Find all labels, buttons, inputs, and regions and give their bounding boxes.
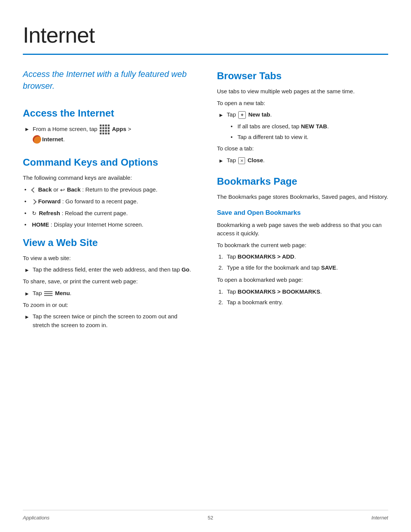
access-step-text: From a Home screen, tap Apps > Intern [33,125,131,146]
footer-center-page-number: 52 [208,514,213,522]
view-step1-text: Tap the address field, enter the web add… [33,265,191,274]
arrow-icon-closetab: ► [218,157,224,165]
save-bookmarks-intro: Bookmarking a web page saves the web add… [217,221,388,238]
command-keys-list: Back or ↩ Back : Return to the previous … [24,185,194,229]
footer-left: Applications [23,514,49,522]
x-box-icon: ✕ [238,157,245,164]
view-step2-text: Tap Menu. [33,289,72,298]
page-footer: Applications 52 Internet [23,510,388,522]
bookmark-current-label: To bookmark the current web page: [217,241,388,250]
view-step1-item: ► Tap the address field, enter the web a… [24,265,194,274]
open-bookmark-steps-list: Tap BOOKMARKS > BOOKMARKS. Tap a bookmar… [218,288,388,307]
section-title-bookmarks: Bookmarks Page [217,174,388,189]
internet-app-icon [33,135,41,144]
chevron-right-icon [31,199,37,204]
apps-icon [100,125,110,134]
refresh-icon: ↻ [32,209,37,217]
new-tab-text: Tap + New tab. [227,110,272,119]
footer-right: Internet [371,514,388,522]
view-step2-label: To share, save, or print the current web… [23,277,194,286]
menu-icon [44,290,53,297]
subsection-title-save-bookmarks: Save and Open Bookmarks [217,208,388,218]
close-tab-text: Tap ✕ Close. [227,156,265,165]
section-title-view-web-site: View a Web Site [23,235,194,250]
cmd-forward: Forward : Go forward to a recent page. [24,197,194,206]
cmd-refresh: ↻ Refresh : Reload the current page. [24,209,194,218]
access-internet-step: ► From a Home screen, tap Apps > [24,125,194,146]
open-bookmark-label: To open a bookmarked web page: [217,276,388,284]
bullet-all-tabs-closed: If all tabs are closed, tap NEW TAB. [231,122,388,131]
open-tab-label: To open a new tab: [217,99,388,108]
section-title-command-keys: Command Keys and Options [23,155,194,170]
main-content: Access the Internet with a fully feature… [23,69,388,332]
internet-label: Internet [42,135,63,144]
plus-box-icon: + [238,111,246,119]
arrow-icon-view3: ► [24,313,30,321]
bookmark-step-2: Type a title for the bookmark and tap SA… [218,264,388,272]
arrow-icon-view2: ► [24,290,30,298]
arrow-icon-view1: ► [24,266,30,274]
bookmark-step-1: Tap BOOKMARKS > ADD. [218,252,388,261]
page-title: Internet [23,18,388,51]
view-step2-item: ► Tap Menu. [24,289,194,298]
section-title-browser-tabs: Browser Tabs [217,69,388,83]
view-step1-label: To view a web site: [23,254,194,263]
chevron-left-icon [31,187,37,193]
title-divider [23,54,388,55]
cmd-home: HOME : Display your Internet Home screen… [24,220,194,229]
close-tab-item: ► Tap ✕ Close. [218,156,388,165]
arrow-icon: ► [24,125,30,133]
bullet-different-tab: Tap a different tab to view it. [231,133,388,142]
back-arrow-icon: ↩ [60,186,65,195]
cmd-back: Back or ↩ Back : Return to the previous … [24,185,194,194]
browser-tabs-intro: Use tabs to view multiple web pages at t… [217,87,388,96]
bookmarks-intro: The Bookmarks page stores Bookmarks, Sav… [217,193,388,201]
view-step3-text: Tap the screen twice or pinch the screen… [33,312,194,329]
apps-label: Apps [112,126,126,132]
open-bookmark-step-2: Tap a bookmark entry. [218,298,388,307]
new-tab-bullets: If all tabs are closed, tap NEW TAB. Tap… [231,122,388,141]
view-step3-item: ► Tap the screen twice or pinch the scre… [24,312,194,329]
close-tab-label: To close a tab: [217,144,388,153]
section-title-access-internet: Access the Internet [23,106,194,121]
open-bookmark-step-1: Tap BOOKMARKS > BOOKMARKS. [218,288,388,296]
intro-text: Access the Internet with a fully feature… [23,69,194,92]
new-tab-item: ► Tap + New tab. [218,110,388,119]
command-keys-intro: The following command keys are available… [23,174,194,182]
arrow-icon-newtab: ► [218,111,224,119]
bookmark-steps-list: Tap BOOKMARKS > ADD. Type a title for th… [218,252,388,272]
left-column: Access the Internet with a fully feature… [23,69,194,332]
view-step3-label: To zoom in or out: [23,301,194,310]
right-column: Browser Tabs Use tabs to view multiple w… [217,69,388,332]
